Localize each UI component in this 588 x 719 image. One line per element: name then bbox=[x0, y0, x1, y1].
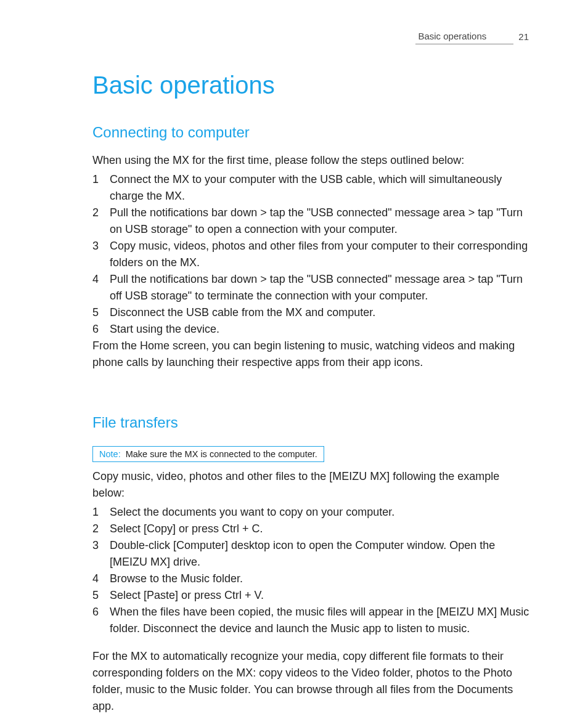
running-header-title: Basic operations bbox=[415, 31, 489, 44]
list-item: 1Connect the MX to your computer with th… bbox=[92, 171, 533, 205]
section2-intro: Copy music, video, photos and other file… bbox=[92, 468, 533, 502]
list-item: 6Start using the device. bbox=[92, 321, 533, 338]
running-header-rule bbox=[489, 35, 513, 44]
note-text: Make sure the MX is connected to the com… bbox=[126, 449, 317, 459]
section1-steps: 1Connect the MX to your computer with th… bbox=[92, 171, 533, 338]
list-item: 3Double-click [Computer] desktop icon to… bbox=[92, 537, 533, 571]
list-item: 2Pull the notifications bar down > tap t… bbox=[92, 205, 533, 238]
note-label: Note: bbox=[99, 449, 121, 459]
section2-outro: For the MX to automatically recognize yo… bbox=[92, 648, 533, 715]
list-item: 1Select the documents you want to copy o… bbox=[92, 504, 533, 521]
section2-steps: 1Select the documents you want to copy o… bbox=[92, 504, 533, 637]
section1-outro: From the Home screen, you can begin list… bbox=[92, 338, 533, 371]
section1-intro: When using the MX for the first time, pl… bbox=[92, 152, 533, 169]
page-title: Basic operations bbox=[92, 71, 533, 99]
note-box: Note: Make sure the MX is connected to t… bbox=[92, 446, 324, 462]
section-heading-file-transfers: File transfers bbox=[92, 414, 533, 431]
list-item: 4Browse to the Music folder. bbox=[92, 571, 533, 587]
running-header: Basic operations 21 bbox=[92, 31, 533, 47]
document-page: Basic operations 21 Basic operations Con… bbox=[0, 0, 588, 719]
list-item: 2Select [Copy] or press Ctrl + C. bbox=[92, 521, 533, 537]
running-header-page-number: 21 bbox=[513, 31, 533, 44]
list-item: 6When the files have been copied, the mu… bbox=[92, 604, 533, 637]
list-item: 3Copy music, videos, photos and other fi… bbox=[92, 238, 533, 271]
list-item: 5Disconnect the USB cable from the MX an… bbox=[92, 304, 533, 321]
section-heading-connecting: Connecting to computer bbox=[92, 124, 533, 141]
list-item: 4Pull the notifications bar down > tap t… bbox=[92, 271, 533, 304]
list-item: 5Select [Paste] or press Ctrl + V. bbox=[92, 587, 533, 604]
